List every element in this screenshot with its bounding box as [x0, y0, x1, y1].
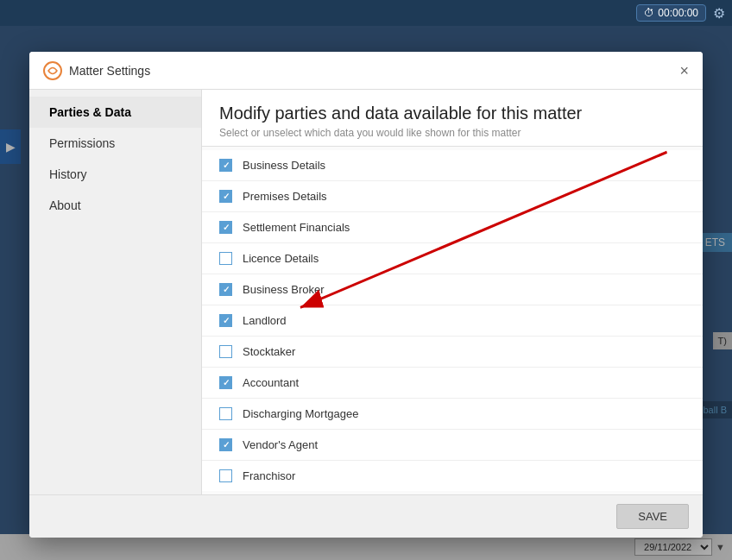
list-item: Settlement Financials — [202, 212, 703, 243]
content-title: Modify parties and data available for th… — [219, 104, 685, 123]
item-label-settlement-financials: Settlement Financials — [243, 221, 350, 234]
modal-sidebar: Parties & Data Permissions History About — [29, 90, 202, 494]
clock-icon: ⏱ — [644, 7, 654, 19]
modal-title-row: Matter Settings — [43, 61, 150, 80]
checkbox-licence-details[interactable] — [219, 252, 232, 265]
list-item: Vendor's Agent — [202, 430, 703, 461]
list-item: Premises Details — [202, 181, 703, 212]
modal-title: Matter Settings — [69, 64, 150, 78]
checkbox-landlord[interactable] — [219, 314, 232, 327]
nav-item-permissions[interactable]: Permissions — [29, 128, 201, 159]
checkbox-business-details[interactable] — [219, 159, 232, 172]
items-list: Business Details Premises Details Settle… — [202, 147, 703, 494]
checkbox-accountant[interactable] — [219, 376, 232, 389]
nav-item-about[interactable]: About — [29, 190, 201, 221]
item-label-vendors-agent: Vendor's Agent — [243, 438, 318, 451]
checkbox-settlement-financials[interactable] — [219, 221, 232, 234]
checkbox-discharging-mortgagee[interactable] — [219, 407, 232, 420]
item-label-landlord: Landlord — [243, 314, 287, 327]
item-label-premises-details: Premises Details — [243, 190, 327, 203]
svg-point-0 — [44, 62, 61, 79]
checkbox-vendors-agent[interactable] — [219, 438, 232, 451]
content-header: Modify parties and data available for th… — [202, 90, 703, 147]
modal-header: Matter Settings × — [29, 52, 703, 90]
nav-item-parties[interactable]: Parties & Data — [29, 97, 201, 128]
list-item: Accountant — [202, 368, 703, 399]
list-item: Landlord — [202, 305, 703, 337]
timer-display: 00:00:00 — [658, 7, 698, 19]
list-item: Stocktaker — [202, 337, 703, 368]
item-label-franchisor: Franchisor — [243, 469, 295, 482]
close-button[interactable]: × — [679, 63, 689, 79]
checkbox-business-broker[interactable] — [219, 283, 232, 296]
gear-button[interactable]: ⚙ — [713, 5, 725, 22]
list-item: Business Details — [202, 150, 703, 181]
app-logo-icon — [43, 61, 62, 80]
save-button[interactable]: SAVE — [616, 504, 689, 529]
item-label-accountant: Accountant — [243, 376, 299, 389]
item-label-discharging-mortgagee: Discharging Mortgagee — [243, 407, 358, 420]
nav-item-history[interactable]: History — [29, 159, 201, 190]
list-item: Discharging Mortgagee — [202, 399, 703, 430]
matter-settings-modal: Matter Settings × Parties & Data Permiss… — [29, 52, 703, 538]
modal-main-content: Modify parties and data available for th… — [202, 90, 703, 494]
item-label-stocktaker: Stocktaker — [243, 345, 295, 358]
modal-body: Parties & Data Permissions History About… — [29, 90, 703, 494]
checkbox-premises-details[interactable] — [219, 190, 232, 203]
timer-badge: ⏱ 00:00:00 — [636, 4, 706, 22]
modal-footer: SAVE — [29, 494, 703, 538]
list-item: Licence Details — [202, 243, 703, 274]
list-item: Franchisor — [202, 461, 703, 491]
top-bar: ⏱ 00:00:00 ⚙ — [0, 0, 732, 26]
list-item: Business Broker — [202, 274, 703, 305]
content-subtitle: Select or unselect which data you would … — [219, 127, 685, 139]
item-label-business-broker: Business Broker — [243, 283, 325, 296]
item-label-licence-details: Licence Details — [243, 252, 319, 265]
checkbox-franchisor[interactable] — [219, 469, 232, 482]
modal-overlay: Matter Settings × Parties & Data Permiss… — [0, 26, 732, 560]
checkbox-stocktaker[interactable] — [219, 345, 232, 358]
item-label-business-details: Business Details — [243, 159, 325, 172]
